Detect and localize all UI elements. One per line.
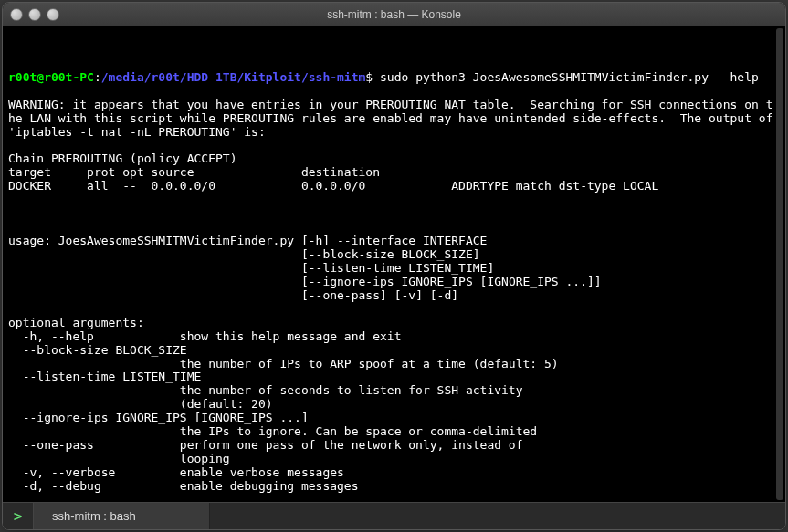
window-title: ssh-mitm : bash — Konsole: [327, 8, 461, 21]
titlebar[interactable]: ssh-mitm : bash — Konsole: [3, 3, 785, 26]
command-output: WARNING: it appears that you have entrie…: [8, 98, 780, 502]
terminal-scrollbar[interactable]: [776, 28, 783, 500]
prompt-sep: :: [94, 70, 101, 84]
tab-bar: > ssh-mitm : bash: [3, 502, 785, 529]
tab-label: ssh-mitm : bash: [52, 509, 136, 523]
maximize-button[interactable]: [47, 8, 59, 21]
terminal-content[interactable]: r00t@r00t-PC:/media/r00t/HDD 1TB/Kitploi…: [8, 71, 780, 502]
new-tab-icon: >: [14, 507, 23, 525]
titlebar-buttons: [10, 8, 59, 21]
new-tab-button[interactable]: >: [3, 503, 34, 529]
minimize-button[interactable]: [28, 8, 41, 21]
close-button[interactable]: [10, 8, 23, 21]
prompt-user-host: r00t@r00t-PC: [8, 70, 94, 84]
prompt-dollar: $: [365, 70, 373, 84]
command-text: sudo python3 JoesAwesomeSSHMITMVictimFin…: [380, 70, 759, 84]
prompt-path: /media/r00t/HDD 1TB/Kitploit/ssh-mitm: [101, 70, 366, 84]
konsole-window: ssh-mitm : bash — Konsole r00t@r00t-PC:/…: [2, 2, 786, 530]
tab-ssh-mitm[interactable]: ssh-mitm : bash: [34, 503, 210, 529]
terminal-area[interactable]: r00t@r00t-PC:/media/r00t/HDD 1TB/Kitploi…: [3, 26, 785, 502]
